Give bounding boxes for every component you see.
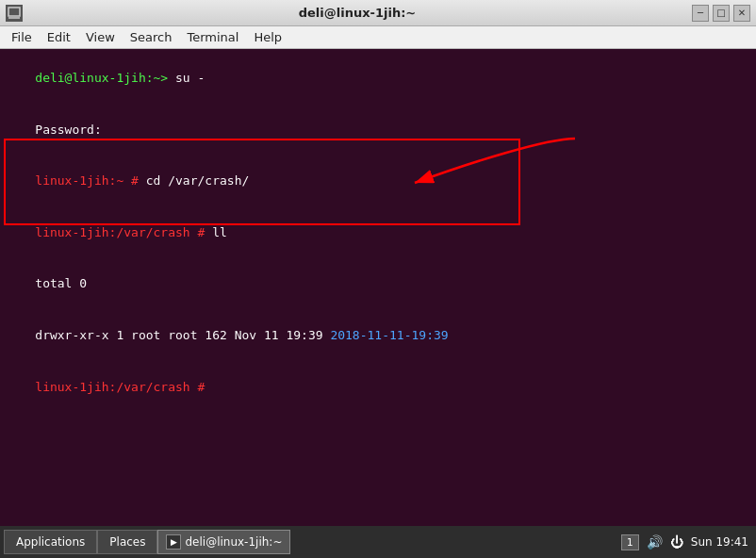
terminal-line-4: linux-1jih:/var/crash # ll — [6, 207, 750, 259]
terminal-content[interactable]: deli@linux-1jih:~> su - Password: linux-… — [0, 49, 756, 526]
taskbar: Applications Places ▶ deli@linux-1jih:~ … — [0, 526, 756, 558]
close-button[interactable]: ✕ — [733, 5, 750, 22]
keyboard-layout-badge[interactable]: 1 — [621, 534, 639, 550]
terminal-line-7: linux-1jih:/var/crash # — [6, 361, 750, 413]
active-window-button[interactable]: ▶ deli@linux-1jih:~ — [157, 530, 290, 554]
maximize-button[interactable]: □ — [713, 5, 730, 22]
menu-terminal[interactable]: Terminal — [179, 28, 246, 46]
menu-edit[interactable]: Edit — [40, 28, 78, 46]
menu-bar: File Edit View Search Terminal Help — [0, 26, 756, 49]
terminal-line-3: linux-1jih:~ # cd /var/crash/ — [6, 156, 750, 207]
terminal-line-1: deli@linux-1jih:~> su - — [6, 53, 750, 105]
menu-search[interactable]: Search — [123, 28, 180, 46]
volume-icon[interactable]: 🔊 — [647, 534, 663, 550]
terminal-line-5: total 0 — [6, 258, 750, 310]
terminal-taskbar-icon: ▶ — [166, 534, 181, 550]
terminal-line-6: drwxr-xr-x 1 root root 162 Nov 11 19:39 … — [6, 310, 750, 362]
window-controls: ─ □ ✕ — [692, 5, 750, 22]
power-icon[interactable]: ⏻ — [670, 534, 683, 550]
window-icon — [6, 5, 23, 22]
clock-display: Sun 19:41 — [691, 535, 748, 549]
title-bar: deli@linux-1jih:~ ─ □ ✕ — [0, 0, 756, 26]
menu-file[interactable]: File — [4, 28, 40, 46]
terminal-line-2: Password: — [6, 105, 750, 156]
svg-rect-0 — [8, 8, 20, 16]
taskbar-right: 1 🔊 ⏻ Sun 19:41 — [621, 534, 752, 550]
window-title: deli@linux-1jih:~ — [23, 6, 692, 20]
minimize-button[interactable]: ─ — [692, 5, 709, 22]
menu-view[interactable]: View — [78, 28, 123, 46]
applications-button[interactable]: Applications — [4, 530, 97, 554]
menu-help[interactable]: Help — [246, 28, 289, 46]
places-button[interactable]: Places — [97, 530, 157, 554]
